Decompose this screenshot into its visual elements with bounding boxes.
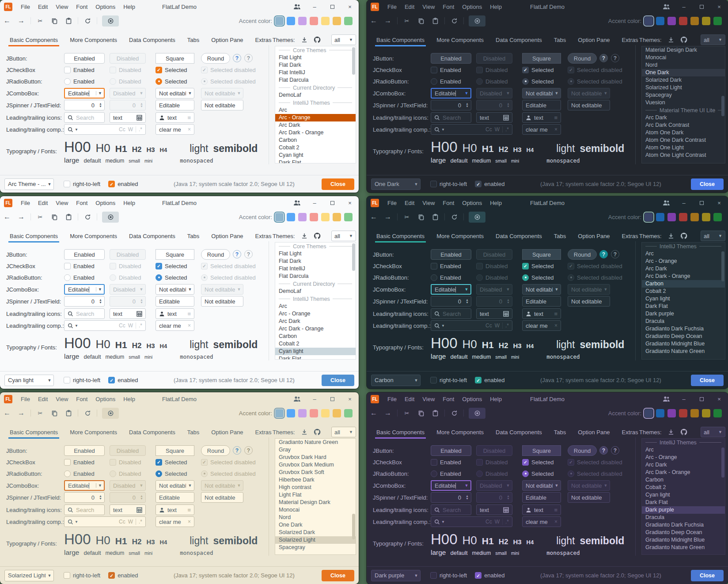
theme-list-item[interactable]: Gradianto Nature Green	[642, 544, 725, 551]
menu-edit[interactable]: Edit	[34, 396, 52, 402]
chevron-down-icon[interactable]: ▼	[463, 483, 470, 488]
square-button[interactable]: Square	[522, 249, 561, 260]
inspect-toggle-button[interactable]	[469, 15, 485, 27]
accent-swatch[interactable]	[298, 409, 307, 417]
accent-swatch[interactable]	[310, 213, 318, 221]
menu-view[interactable]: View	[52, 4, 72, 10]
forward-icon[interactable]: →	[381, 213, 395, 220]
accent-swatch[interactable]	[679, 213, 687, 221]
textfield-editable[interactable]: Editable	[155, 492, 194, 503]
tab-tabs[interactable]: Tabs	[187, 34, 199, 46]
clear-me-input[interactable]: clear me ×	[522, 320, 561, 331]
download-icon[interactable]	[301, 233, 307, 239]
spinner-field[interactable]: 0▲▼	[431, 100, 471, 110]
menu-font[interactable]: Font	[72, 4, 91, 10]
search-with-options-input[interactable]: ▼ Cc W .*	[64, 516, 146, 527]
radio-selected[interactable]: Selected	[155, 468, 194, 479]
theme-list-item[interactable]: Gradianto Nature Green	[642, 348, 725, 355]
square-button[interactable]: Square	[155, 53, 194, 64]
menu-help[interactable]: Help	[119, 200, 139, 206]
forward-icon[interactable]: →	[14, 410, 28, 417]
menu-file[interactable]: File	[17, 200, 34, 206]
theme-list-item[interactable]: Spacegray	[275, 544, 356, 551]
tab-option-pane[interactable]: Option Pane	[211, 34, 243, 46]
tab-extras[interactable]: Extras	[255, 426, 272, 438]
combobox-editable[interactable]: Editable▼	[64, 88, 105, 99]
help-button-primary[interactable]: ?	[233, 446, 241, 455]
checkbox-enabled[interactable]: Enabled	[431, 64, 471, 75]
accent-swatch[interactable]	[656, 213, 664, 221]
tab-more-components[interactable]: More Components	[70, 230, 117, 242]
search-input[interactable]: Search	[431, 308, 471, 319]
menu-list-icon[interactable]: ≡	[187, 311, 191, 317]
users-icon[interactable]	[288, 392, 306, 406]
download-icon[interactable]	[668, 37, 674, 43]
tab-tabs[interactable]: Tabs	[554, 34, 566, 46]
back-icon[interactable]: ←	[0, 17, 14, 24]
search-with-options-input[interactable]: ▼ Cc W .*	[431, 320, 512, 331]
themes-filter-select[interactable]: all ▼	[331, 231, 356, 241]
clear-icon[interactable]: ×	[188, 519, 191, 525]
text-input-user[interactable]: text ≡	[522, 504, 561, 515]
tab-tabs[interactable]: Tabs	[554, 230, 566, 242]
text-input-user[interactable]: text ≡	[155, 504, 194, 515]
github-icon[interactable]	[314, 429, 321, 436]
menu-font[interactable]: Font	[439, 200, 458, 206]
right-to-left-checkbox[interactable]: right-to-left	[64, 377, 100, 383]
radio-enabled[interactable]: Enabled	[431, 468, 471, 479]
chevron-down-icon[interactable]: ▼	[96, 483, 104, 488]
refresh-icon[interactable]	[447, 18, 461, 24]
accent-swatch[interactable]	[702, 17, 710, 25]
close-window-button[interactable]: ×	[341, 0, 359, 13]
theme-select-combobox[interactable]: Solarized Light ▼	[4, 570, 54, 581]
search-input[interactable]: Search	[64, 504, 105, 515]
text-input-user[interactable]: text ≡	[155, 308, 194, 319]
accent-swatch-selected[interactable]	[645, 213, 653, 221]
checkbox-enabled[interactable]: Enabled	[64, 261, 105, 271]
copy-icon[interactable]	[414, 214, 428, 220]
accent-swatch[interactable]	[656, 409, 664, 417]
github-icon[interactable]	[314, 232, 321, 239]
combobox-not-editable[interactable]: Not editable▼	[155, 284, 194, 295]
clear-me-input[interactable]: clear me ×	[155, 516, 194, 527]
combobox-editable[interactable]: Editable▼	[64, 480, 105, 491]
search-with-options-input[interactable]: ▼ Cc W .*	[64, 124, 146, 135]
tab-more-components[interactable]: More Components	[436, 34, 484, 46]
square-button[interactable]: Square	[155, 249, 194, 260]
accent-swatch[interactable]	[287, 17, 295, 25]
menu-view[interactable]: View	[418, 4, 439, 10]
chevron-down-icon[interactable]: ▼	[553, 483, 561, 488]
whole-words-icon[interactable]: W	[495, 322, 500, 329]
minimize-button[interactable]: –	[675, 0, 693, 13]
help-button-secondary[interactable]: ?	[244, 250, 253, 258]
enabled-checkbox[interactable]: ✓ enabled	[108, 572, 138, 579]
menu-options[interactable]: Options	[91, 4, 119, 10]
back-icon[interactable]: ←	[367, 17, 381, 24]
clear-me-input[interactable]: clear me ×	[155, 124, 194, 135]
combobox-editable[interactable]: Editable▼	[64, 284, 105, 295]
forward-icon[interactable]: →	[381, 410, 395, 417]
chevron-down-icon[interactable]: ▼	[75, 324, 78, 328]
menu-help[interactable]: Help	[486, 4, 506, 10]
minimize-button[interactable]: –	[675, 196, 693, 209]
right-to-left-checkbox[interactable]: right-to-left	[430, 572, 467, 579]
menu-file[interactable]: File	[383, 4, 401, 10]
accent-swatch[interactable]	[702, 213, 710, 221]
enabled-checkbox[interactable]: ✓ enabled	[108, 377, 138, 383]
menu-font[interactable]: Font	[72, 396, 91, 402]
theme-list-item[interactable]: Gradianto Deep Ocean	[642, 529, 725, 536]
menu-edit[interactable]: Edit	[401, 4, 418, 10]
enabled-button[interactable]: Enabled	[431, 445, 471, 456]
search-input[interactable]: Search	[431, 112, 471, 123]
close-button[interactable]: Close	[322, 178, 354, 190]
text-input-user[interactable]: text ≡	[522, 112, 561, 123]
enabled-checkbox[interactable]: ✓ enabled	[475, 572, 504, 579]
accent-swatch-selected[interactable]	[275, 17, 284, 25]
inspect-toggle-button[interactable]	[102, 408, 119, 419]
github-icon[interactable]	[680, 36, 687, 43]
radio-selected[interactable]: Selected	[522, 76, 561, 87]
theme-list-item[interactable]: Carbon	[275, 137, 356, 144]
close-window-button[interactable]: ×	[710, 196, 728, 209]
forward-icon[interactable]: →	[14, 17, 28, 24]
copy-icon[interactable]	[414, 18, 428, 24]
